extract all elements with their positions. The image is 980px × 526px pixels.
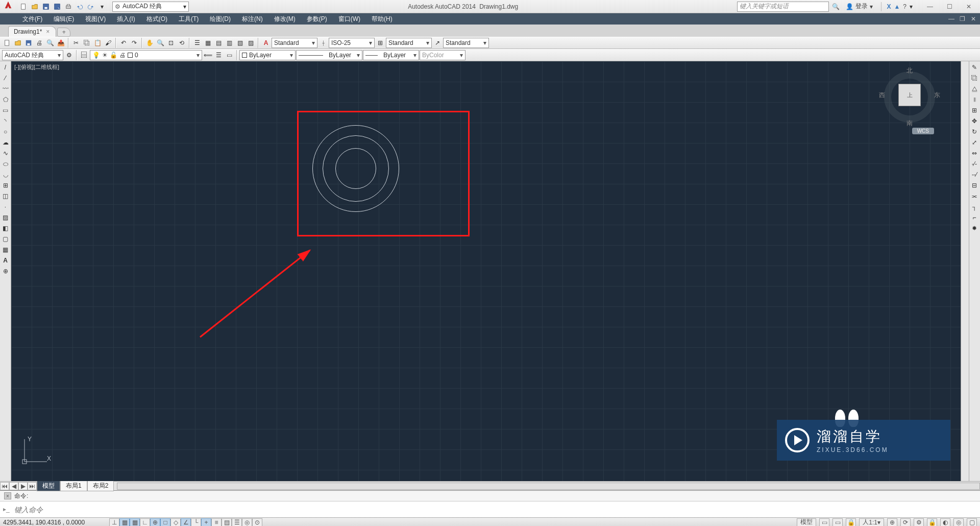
menu-view[interactable]: 视图(V) bbox=[80, 14, 111, 25]
polygon-icon[interactable]: ⬠ bbox=[1, 94, 11, 105]
annoauto-icon[interactable]: ⟳ bbox=[900, 518, 911, 527]
move-icon[interactable]: ✥ bbox=[969, 116, 979, 126]
workspace-dropdown-2[interactable]: AutoCAD 经典▾ bbox=[2, 50, 63, 60]
new-icon[interactable] bbox=[18, 2, 29, 12]
viewport-label[interactable]: [-][俯视][二维线框] bbox=[14, 63, 59, 71]
snap-toggle[interactable]: ▦ bbox=[119, 518, 130, 527]
open-icon[interactable] bbox=[30, 2, 40, 12]
file-tab[interactable]: Drawing1* × bbox=[8, 26, 56, 37]
mdi-minimize-button[interactable]: — bbox=[946, 14, 958, 23]
textstyle-dropdown[interactable]: Standard▾ bbox=[272, 38, 317, 48]
addselected-icon[interactable]: ⊕ bbox=[1, 266, 11, 276]
sc-toggle[interactable]: ◎ bbox=[242, 518, 252, 527]
tab-first-icon[interactable]: ⏮ bbox=[0, 482, 9, 490]
layer-manager-icon[interactable]: ⿳ bbox=[79, 50, 89, 60]
3dosnap-toggle[interactable]: ◇ bbox=[170, 518, 181, 527]
plotstyle-dropdown[interactable]: ByColor▾ bbox=[420, 50, 465, 60]
circle-icon[interactable]: ○ bbox=[1, 127, 11, 137]
pan-icon[interactable]: ✋ bbox=[144, 38, 155, 48]
grid-toggle[interactable]: ▦ bbox=[130, 518, 140, 527]
arc-icon[interactable]: ◝ bbox=[1, 116, 11, 126]
menu-dimension[interactable]: 标注(N) bbox=[237, 14, 268, 25]
point-icon[interactable]: · bbox=[1, 202, 11, 212]
explode-icon[interactable]: ✸ bbox=[969, 223, 979, 233]
saveas-icon[interactable] bbox=[52, 2, 62, 12]
wcs-badge[interactable]: WCS bbox=[912, 128, 934, 134]
preview-icon[interactable]: 🔍 bbox=[45, 38, 55, 48]
new-tab-button[interactable]: + bbox=[57, 28, 70, 37]
redo-icon[interactable]: ↷ bbox=[129, 38, 139, 48]
menu-window[interactable]: 窗口(W) bbox=[333, 14, 365, 25]
layout2-tab[interactable]: 布局2 bbox=[87, 481, 114, 491]
polyline-icon[interactable]: 〰 bbox=[1, 84, 11, 94]
app-logo-icon[interactable] bbox=[2, 1, 14, 13]
undo-icon[interactable] bbox=[75, 2, 85, 12]
mdi-restore-button[interactable]: ❐ bbox=[958, 14, 969, 23]
undo-icon[interactable]: ↶ bbox=[118, 38, 129, 48]
modelspace-button[interactable]: 模型 bbox=[797, 518, 816, 527]
offset-icon[interactable]: ⫴ bbox=[969, 94, 979, 105]
minimize-button[interactable]: — bbox=[921, 2, 939, 12]
zoom-icon[interactable]: 🔍 bbox=[155, 38, 165, 48]
scale-icon[interactable]: ⤢ bbox=[969, 137, 979, 148]
publish-icon[interactable]: 📤 bbox=[56, 38, 66, 48]
fillet-icon[interactable]: ⌐ bbox=[969, 212, 979, 223]
revcloud-icon[interactable]: ☁ bbox=[1, 137, 11, 148]
stretch-icon[interactable]: ⇔ bbox=[969, 148, 979, 158]
lock-ui-icon[interactable]: 🔒 bbox=[927, 518, 937, 527]
command-close-icon[interactable]: × bbox=[4, 492, 11, 499]
ws-switch-icon[interactable]: ⚙ bbox=[914, 518, 924, 527]
am-toggle[interactable]: ⊙ bbox=[252, 518, 262, 527]
ellipse-icon[interactable]: ⬭ bbox=[1, 159, 11, 169]
zoom-prev-icon[interactable]: ⟲ bbox=[177, 38, 187, 48]
menu-draw[interactable]: 绘图(D) bbox=[205, 14, 236, 25]
tab-prev-icon[interactable]: ◀ bbox=[9, 482, 18, 490]
menu-edit[interactable]: 编辑(E) bbox=[48, 14, 79, 25]
properties-icon[interactable]: ☰ bbox=[192, 38, 202, 48]
infer-toggle[interactable]: ⊥ bbox=[109, 518, 119, 527]
save-icon[interactable] bbox=[23, 38, 34, 48]
coordinates-readout[interactable]: 4295.3441, 190.4316 , 0.0000 bbox=[3, 519, 105, 526]
menu-format[interactable]: 格式(O) bbox=[141, 14, 173, 25]
layer-iso-icon[interactable]: ▭ bbox=[224, 50, 234, 60]
insert-icon[interactable]: ⊞ bbox=[1, 180, 11, 190]
tpy-toggle[interactable]: ▤ bbox=[222, 518, 232, 527]
ortho-toggle[interactable]: ∟ bbox=[140, 518, 150, 527]
dyn-toggle[interactable]: + bbox=[201, 518, 211, 527]
trim-icon[interactable]: -∕- bbox=[969, 159, 979, 169]
menu-parametric[interactable]: 参数(P) bbox=[302, 14, 332, 25]
annovis-icon[interactable]: ⊕ bbox=[887, 518, 897, 527]
rotate-icon[interactable]: ↻ bbox=[969, 127, 979, 137]
color-dropdown[interactable]: ByLayer▾ bbox=[239, 50, 296, 60]
open-icon[interactable] bbox=[13, 38, 23, 48]
layer-states-icon[interactable]: ☰ bbox=[213, 50, 224, 60]
menu-insert[interactable]: 插入(I) bbox=[112, 14, 140, 25]
osnap-toggle[interactable]: □ bbox=[160, 518, 170, 527]
erase-icon[interactable]: ✎ bbox=[969, 62, 979, 73]
lwt-toggle[interactable]: ≡ bbox=[211, 518, 222, 527]
markup-icon[interactable]: ▧ bbox=[235, 38, 245, 48]
line-icon[interactable]: / bbox=[1, 62, 11, 73]
file-tab-close-icon[interactable]: × bbox=[46, 28, 50, 35]
tab-last-icon[interactable]: ⏭ bbox=[28, 482, 37, 490]
spline-icon[interactable]: ∿ bbox=[1, 148, 11, 158]
textstyle-icon[interactable]: A bbox=[261, 38, 271, 48]
search-icon[interactable]: 🔍 bbox=[832, 3, 840, 10]
matchprop-icon[interactable]: 🖌 bbox=[103, 38, 113, 48]
hardware-accel-icon[interactable]: ◐ bbox=[940, 518, 950, 527]
drawing-canvas[interactable]: [-][俯视][二维线框] 北 南 西 东 上 WCS bbox=[11, 61, 969, 481]
save-icon[interactable] bbox=[41, 2, 51, 12]
region-icon[interactable]: ▢ bbox=[1, 234, 11, 244]
linetype-dropdown[interactable]: ———— ByLayer▾ bbox=[296, 50, 362, 60]
redo-icon[interactable] bbox=[86, 2, 96, 12]
sheetset-icon[interactable]: ▥ bbox=[224, 38, 234, 48]
mdi-close-button[interactable]: ✕ bbox=[969, 14, 980, 23]
layer-dropdown[interactable]: 💡 ☀ 🔓 🖨 0▾ bbox=[90, 50, 202, 60]
ellipsearc-icon[interactable]: ◡ bbox=[1, 170, 11, 180]
menu-modify[interactable]: 修改(M) bbox=[269, 14, 301, 25]
cut-icon[interactable]: ✂ bbox=[71, 38, 81, 48]
tab-next-icon[interactable]: ▶ bbox=[18, 482, 28, 490]
maximize-button[interactable]: ☐ bbox=[940, 2, 959, 12]
qp-toggle[interactable]: ☰ bbox=[232, 518, 242, 527]
break-icon[interactable]: ⊟ bbox=[969, 180, 979, 190]
